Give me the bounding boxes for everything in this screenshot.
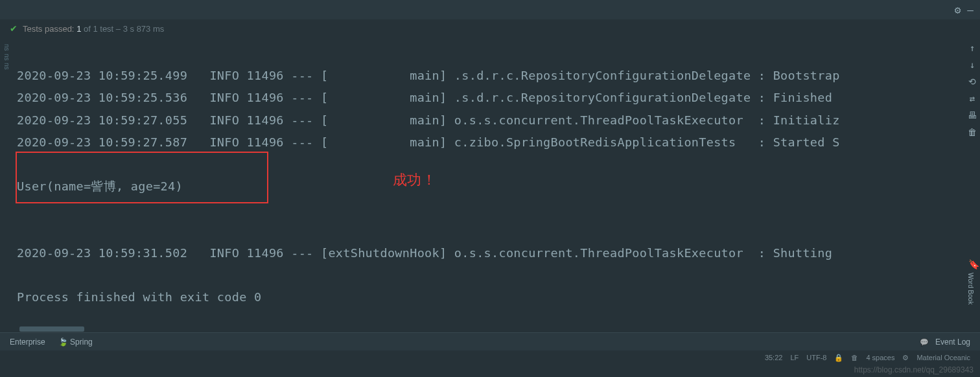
watermark: https://blog.csdn.net/qq_29689343 xyxy=(854,365,974,374)
file-encoding[interactable]: UTF-8 xyxy=(806,354,826,361)
line-separator[interactable]: LF xyxy=(790,354,799,361)
indent-setting[interactable]: 4 spaces xyxy=(866,354,894,361)
left-gutter: ns ns ns xyxy=(0,38,10,326)
spring-tab[interactable]: 🍃 Spring xyxy=(58,337,93,347)
print-icon[interactable]: 🖶 xyxy=(968,110,977,120)
trash-icon[interactable]: 🗑 xyxy=(968,127,977,137)
log-line: 2020-09-23 10:59:25.536 INFO 11496 --- [… xyxy=(17,91,840,104)
arrow-down-icon[interactable]: ↓ xyxy=(970,60,975,70)
bottom-tool-bar: Enterprise 🍃 Spring Event Log xyxy=(0,332,980,350)
horizontal-scrollbar[interactable] xyxy=(0,326,980,332)
enterprise-tab[interactable]: Enterprise xyxy=(10,337,45,347)
log-line: 2020-09-23 10:59:27.055 INFO 11496 --- [… xyxy=(17,113,840,127)
log-line: 2020-09-23 10:59:25.499 INFO 11496 --- [… xyxy=(17,69,840,82)
log-line: User(name=訾博, age=24) xyxy=(17,179,183,193)
cursor-position[interactable]: 35:22 xyxy=(765,354,783,361)
success-annotation: 成功！ xyxy=(393,167,436,194)
gutter-item: ns xyxy=(0,52,10,62)
scrollbar-thumb[interactable] xyxy=(19,326,84,332)
event-log-tab[interactable]: Event Log xyxy=(935,337,970,347)
spring-icon: 🍃 xyxy=(58,337,68,347)
log-line: 2020-09-23 10:59:31.502 INFO 11496 --- [… xyxy=(17,246,840,260)
gutter-item: ns xyxy=(0,62,10,71)
trash-status-icon[interactable]: 🗑 xyxy=(851,354,858,361)
gutter-item: ns xyxy=(0,43,10,52)
right-sidebar: 🔖 Word Book xyxy=(967,259,980,304)
test-status-bar: ✔ Tests passed: 1 of 1 test – 3 s 873 ms xyxy=(0,19,980,38)
bookmark-icon[interactable]: 🔖 xyxy=(968,259,979,269)
log-line: 2020-09-23 10:59:27.587 INFO 11496 --- [… xyxy=(17,135,840,149)
arrow-up-icon[interactable]: ↑ xyxy=(970,43,975,53)
console-output[interactable]: 2020-09-23 10:59:25.499 INFO 11496 --- [… xyxy=(10,38,964,326)
tests-passed-label: Tests passed: 1 of 1 test – 3 s 873 ms xyxy=(23,24,164,34)
scroll-end-icon[interactable]: ⇄ xyxy=(970,93,975,104)
top-toolbar: ⚙ — xyxy=(0,0,980,19)
minimize-icon[interactable]: — xyxy=(967,4,974,16)
gear-icon[interactable]: ⚙ xyxy=(955,4,961,16)
status-line: 35:22 LF UTF-8 🔒 🗑 4 spaces ⚙ Material O… xyxy=(0,350,980,365)
lock-icon[interactable]: 🔒 xyxy=(834,354,843,362)
tests-rest: of 1 test – 3 s 873 ms xyxy=(81,24,164,34)
git-icon[interactable]: ⚙ xyxy=(902,354,909,362)
theme-name[interactable]: Material Oceanic xyxy=(916,354,970,361)
word-book-label[interactable]: Word Book xyxy=(967,269,974,304)
log-line: Process finished with exit code 0 xyxy=(17,290,261,304)
soft-wrap-icon[interactable]: ⟲ xyxy=(968,76,976,87)
highlight-box xyxy=(16,152,268,203)
check-icon: ✔ xyxy=(10,23,18,34)
event-log-icon xyxy=(920,337,929,347)
